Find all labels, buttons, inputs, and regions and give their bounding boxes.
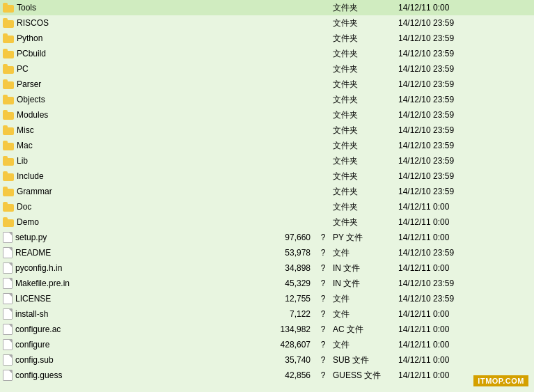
file-icon (3, 354, 13, 366)
table-row[interactable]: config.sub35,740?SUB 文件14/12/11 0:00 (0, 352, 534, 368)
file-type: 文件夹 (330, 2, 393, 14)
folder-icon (3, 187, 14, 196)
file-size: 428,607 (260, 340, 316, 350)
file-attr: ? (316, 233, 330, 242)
folder-icon (3, 217, 14, 227)
file-name: install-sh (15, 309, 48, 319)
file-attr: ? (316, 355, 330, 365)
folder-icon (3, 156, 14, 166)
file-type: GUESS 文件 (330, 370, 393, 382)
folder-icon (3, 202, 14, 212)
folder-icon (3, 79, 14, 89)
table-row[interactable]: Makefile.pre.in45,329?IN 文件14/12/10 23:5… (0, 276, 534, 291)
file-type: 文件夹 (330, 140, 393, 152)
file-name: Objects (17, 95, 45, 104)
folder-icon (3, 18, 14, 28)
file-name: Makefile.pre.in (15, 279, 70, 288)
file-type: PY 文件 (330, 232, 393, 244)
table-row[interactable]: Parser文件夹14/12/10 23:59 (0, 77, 534, 92)
table-row[interactable]: PCbuild文件夹14/12/10 23:59 (0, 46, 534, 61)
table-row[interactable]: Mac文件夹14/12/10 23:59 (0, 138, 534, 153)
file-type: 文件夹 (330, 94, 393, 106)
file-icon (3, 293, 13, 304)
file-attr: ? (316, 324, 330, 334)
file-type: AC 文件 (330, 324, 393, 336)
file-date: 14/12/10 23:59 (393, 171, 490, 181)
file-type: 文件夹 (330, 109, 393, 121)
file-name: Modules (17, 110, 48, 120)
file-type: 文件夹 (330, 186, 393, 198)
file-name: pyconfig.h.in (15, 263, 62, 273)
file-date: 14/12/11 0:00 (393, 355, 490, 365)
table-row[interactable]: pyconfig.h.in34,898?IN 文件14/12/11 0:00 (0, 260, 534, 276)
table-row[interactable]: Doc文件夹14/12/11 0:00 (0, 199, 534, 214)
file-type: 文件夹 (330, 17, 393, 29)
folder-icon (3, 64, 14, 74)
file-date: 14/12/11 0:00 (393, 340, 490, 350)
file-name: Python (17, 33, 42, 43)
table-row[interactable]: Modules文件夹14/12/10 23:59 (0, 107, 534, 123)
file-name: RISCOS (17, 18, 49, 28)
folder-icon (3, 49, 14, 58)
file-attr: ? (316, 340, 330, 350)
file-icon (3, 339, 13, 350)
file-type: 文件夹 (330, 171, 393, 182)
file-date: 14/12/10 23:59 (393, 33, 490, 43)
file-date: 14/12/10 23:59 (393, 95, 490, 104)
table-row[interactable]: setup.py97,660?PY 文件14/12/11 0:00 (0, 230, 534, 245)
file-date: 14/12/11 0:00 (393, 263, 490, 273)
file-date: 14/12/10 23:59 (393, 49, 490, 58)
file-type: 文件夹 (330, 79, 393, 91)
table-row[interactable]: RISCOS文件夹14/12/10 23:59 (0, 15, 534, 31)
file-icon (3, 247, 13, 258)
file-type: 文件夹 (330, 201, 393, 213)
file-size: 45,329 (260, 279, 316, 288)
file-size: 134,982 (260, 324, 316, 334)
file-type: 文件 (330, 247, 393, 259)
file-name: LICENSE (15, 294, 51, 304)
file-name: Grammar (17, 187, 52, 196)
watermark: ITMOP.COM (473, 375, 528, 383)
file-date: 14/12/10 23:59 (393, 141, 490, 150)
file-list: Tools文件夹14/12/11 0:00RISCOS文件夹14/12/10 2… (0, 0, 534, 383)
table-row[interactable]: Python文件夹14/12/10 23:59 (0, 31, 534, 46)
file-name: README (15, 248, 51, 258)
file-name: Lib (17, 156, 28, 166)
file-type: IN 文件 (330, 278, 393, 290)
table-row[interactable]: Grammar文件夹14/12/10 23:59 (0, 184, 534, 199)
file-attr: ? (316, 309, 330, 319)
file-date: 14/12/11 0:00 (393, 202, 490, 212)
file-name: Mac (17, 141, 33, 150)
table-row[interactable]: LICENSE12,755?文件14/12/10 23:59 (0, 291, 534, 306)
folder-icon (3, 3, 14, 13)
file-date: 14/12/10 23:59 (393, 248, 490, 258)
file-name: config.sub (15, 355, 54, 365)
file-name: setup.py (15, 233, 47, 242)
folder-icon (3, 171, 14, 181)
folder-icon (3, 33, 14, 43)
file-type: 文件夹 (330, 33, 393, 45)
table-row[interactable]: Misc文件夹14/12/10 23:59 (0, 123, 534, 138)
file-date: 14/12/10 23:59 (393, 279, 490, 288)
table-row[interactable]: Tools文件夹14/12/11 0:00 (0, 0, 534, 15)
table-row[interactable]: Objects文件夹14/12/10 23:59 (0, 92, 534, 107)
file-name: Parser (17, 79, 41, 89)
file-date: 14/12/11 0:00 (393, 233, 490, 242)
table-row[interactable]: PC文件夹14/12/10 23:59 (0, 61, 534, 77)
table-row[interactable]: install-sh7,122?文件14/12/11 0:00 (0, 306, 534, 322)
table-row[interactable]: Lib文件夹14/12/10 23:59 (0, 153, 534, 168)
file-name: Demo (17, 217, 39, 227)
file-name: Include (17, 171, 44, 181)
table-row[interactable]: configure.ac134,982?AC 文件14/12/11 0:00 (0, 322, 534, 337)
file-type: IN 文件 (330, 262, 393, 274)
file-type: SUB 文件 (330, 354, 393, 366)
file-type: 文件夹 (330, 217, 393, 228)
table-row[interactable]: config.guess42,856?GUESS 文件14/12/11 0:00 (0, 368, 534, 383)
file-name: configure (15, 340, 49, 350)
table-row[interactable]: README53,978?文件14/12/10 23:59 (0, 245, 534, 260)
file-date: 14/12/10 23:59 (393, 156, 490, 166)
file-size: 97,660 (260, 233, 316, 242)
table-row[interactable]: Include文件夹14/12/10 23:59 (0, 168, 534, 184)
table-row[interactable]: Demo文件夹14/12/11 0:00 (0, 214, 534, 230)
table-row[interactable]: configure428,607?文件14/12/11 0:00 (0, 337, 534, 352)
